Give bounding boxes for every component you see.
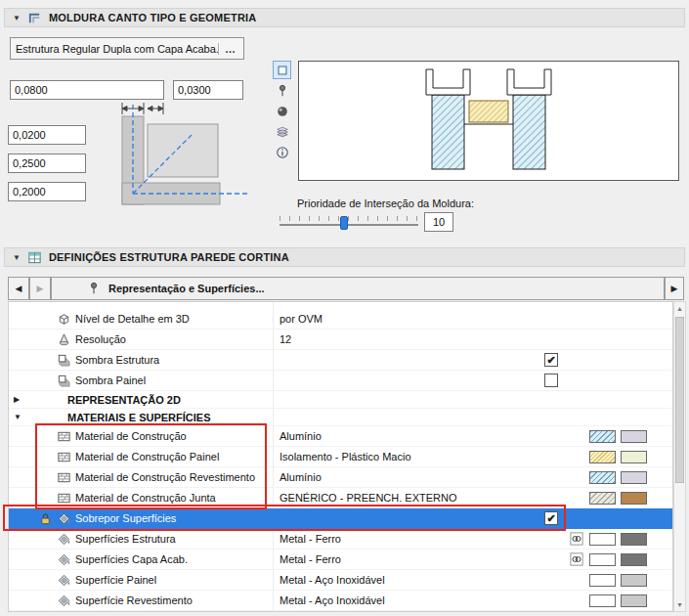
row-label: Sobrepor Superfícies bbox=[75, 512, 176, 524]
frame-structure-label: Estrutura Regular Dupla com Capa Acaba..… bbox=[16, 43, 218, 55]
table-row-material-construcao[interactable]: Material de Construção Alumínio bbox=[9, 426, 672, 447]
surface-swatch[interactable] bbox=[589, 594, 616, 607]
pin-view-button[interactable] bbox=[273, 81, 291, 100]
row-value[interactable]: Isolamento - Plástico Macio bbox=[280, 451, 411, 462]
expander-icon[interactable]: ▼ bbox=[14, 413, 22, 421]
row-label: Material de Construção Junta bbox=[75, 492, 216, 504]
material-icon bbox=[57, 491, 71, 506]
panel-title: DEFINIÇÕES ESTRUTURA PAREDE CORTINA bbox=[49, 251, 289, 263]
check-icon: ✔ bbox=[546, 512, 555, 524]
panel-title: MOLDURA CANTO TIPO E GEOMETRIA bbox=[49, 12, 257, 23]
priority-value-input[interactable] bbox=[424, 212, 453, 232]
sphere-icon bbox=[276, 105, 289, 118]
dim-c-input[interactable] bbox=[8, 182, 86, 201]
material-cut-swatch[interactable] bbox=[589, 471, 616, 484]
group-row-representacao-2d[interactable]: ▶ REPRESENTAÇÃO 2D bbox=[9, 391, 672, 409]
surface-swatch[interactable] bbox=[589, 574, 616, 587]
surface-swatch[interactable] bbox=[621, 594, 647, 607]
scroll-down-icon[interactable]: ▼ bbox=[674, 598, 685, 611]
settings-grid-icon bbox=[27, 250, 42, 265]
material-surface-swatch[interactable] bbox=[621, 451, 647, 463]
sombra-estrutura-checkbox[interactable]: ✔ bbox=[544, 353, 558, 367]
surface-swatch[interactable] bbox=[589, 553, 616, 566]
row-value[interactable]: GENÉRICO - PREENCH. EXTERNO bbox=[280, 492, 457, 504]
page-selector-dropdown[interactable]: Representação e Superfícies... bbox=[51, 277, 665, 300]
surface-swatch[interactable] bbox=[589, 533, 616, 546]
view-layers-button[interactable] bbox=[273, 122, 291, 141]
priority-slider-handle[interactable] bbox=[340, 216, 348, 230]
priority-slider-track[interactable] bbox=[280, 224, 418, 226]
view-plan-button[interactable] bbox=[273, 61, 291, 79]
table-row-sombra-estrutura[interactable]: Sombra Estrutura ✔ bbox=[9, 350, 672, 371]
table-row-superficie-estrutura[interactable]: Superfícies Estrutura Metal - Ferro bbox=[9, 529, 672, 550]
material-icon bbox=[57, 450, 71, 464]
dropdown-more-icon[interactable]: … bbox=[218, 43, 238, 55]
frame-width-input[interactable] bbox=[10, 80, 164, 100]
table-row-material-junta[interactable]: Material de Construção Junta GENÉRICO - … bbox=[9, 488, 672, 508]
scrollbar-thumb[interactable] bbox=[675, 317, 684, 483]
surface-swatch[interactable] bbox=[621, 574, 647, 587]
table-row-sombra-painel[interactable]: Sombra Painel bbox=[9, 371, 672, 391]
expander-icon[interactable]: ▶ bbox=[14, 395, 20, 404]
settings-table: Nível de Detalhe em 3D por OVM Resolução… bbox=[8, 301, 673, 612]
table-row-sobrepor-superficies[interactable]: Sobrepor Superfícies ✔ bbox=[9, 508, 672, 529]
row-value[interactable]: Alumínio bbox=[280, 430, 322, 442]
panel-header-moldura[interactable]: ▼ MOLDURA CANTO TIPO E GEOMETRIA bbox=[4, 8, 685, 27]
view-3d-button[interactable] bbox=[273, 102, 291, 120]
chain-link-icon[interactable] bbox=[570, 532, 583, 546]
page-next-button[interactable]: ▶ bbox=[29, 277, 51, 300]
row-value[interactable]: Metal - Aço Inoxidável bbox=[280, 574, 385, 586]
row-value[interactable]: Metal - Aço Inoxidável bbox=[280, 594, 385, 606]
page-forward-button[interactable]: ▶ bbox=[665, 277, 684, 300]
material-cut-swatch[interactable] bbox=[589, 492, 616, 505]
page-prev-button[interactable]: ◀ bbox=[8, 277, 29, 300]
frame-section-drawing bbox=[299, 62, 678, 180]
surface-swatch[interactable] bbox=[621, 553, 647, 566]
row-value[interactable]: 12 bbox=[280, 333, 291, 345]
table-row-material-painel[interactable]: Material de Construção Painel Isolamento… bbox=[9, 447, 672, 467]
row-label: Nível de Detalhe em 3D bbox=[75, 313, 190, 325]
dim-b-input[interactable] bbox=[8, 154, 86, 173]
cube-icon bbox=[57, 312, 71, 327]
priority-label: Prioridade de Interseção da Moldura: bbox=[297, 198, 474, 209]
scroll-up-icon[interactable]: ▲ bbox=[674, 302, 685, 315]
group-row-materiais-superficies[interactable]: ▼ MATERIAIS E SUPERFÍCIES bbox=[9, 409, 672, 426]
table-row-superficie-capa-acab[interactable]: Superfícies Capa Acab. Metal - Ferro bbox=[9, 550, 672, 570]
table-row-nivel-detalhe-3d[interactable]: Nível de Detalhe em 3D por OVM bbox=[9, 309, 672, 330]
frame-structure-dropdown[interactable]: Estrutura Regular Dupla com Capa Acaba..… bbox=[10, 37, 244, 60]
row-value[interactable]: Metal - Ferro bbox=[280, 533, 341, 545]
material-icon bbox=[57, 429, 71, 444]
paint-bucket-icon bbox=[57, 573, 71, 588]
material-cut-swatch[interactable] bbox=[589, 451, 616, 463]
table-row-resolucao[interactable]: Resolução 12 bbox=[9, 330, 672, 350]
table-row-superficie-revestimento[interactable]: Superfície Revestimento Metal - Aço Inox… bbox=[9, 591, 672, 611]
table-row-superficie-painel[interactable]: Superfície Painel Metal - Aço Inoxidável bbox=[9, 570, 672, 591]
row-value[interactable]: por OVM bbox=[280, 313, 323, 325]
panel-header-definicoes[interactable]: ▼ DEFINIÇÕES ESTRUTURA PAREDE CORTINA bbox=[4, 247, 685, 267]
sombra-painel-checkbox[interactable] bbox=[544, 374, 558, 387]
sobrepor-superficies-checkbox[interactable]: ✔ bbox=[544, 511, 558, 525]
group-label: MATERIAIS E SUPERFÍCIES bbox=[67, 412, 210, 423]
priority-slider-ticks bbox=[280, 216, 418, 221]
table-scrollbar[interactable]: ▲ ▼ bbox=[673, 301, 686, 612]
frame-depth-input[interactable] bbox=[173, 80, 243, 100]
material-cut-swatch[interactable] bbox=[589, 430, 616, 443]
row-value[interactable]: Metal - Ferro bbox=[280, 553, 341, 565]
table-row-material-revestimento[interactable]: Material de Construção Revestimento Alum… bbox=[9, 467, 672, 488]
collapse-arrow-icon[interactable]: ▼ bbox=[13, 14, 21, 22]
lock-icon bbox=[38, 511, 53, 526]
dim-a-input[interactable] bbox=[8, 125, 86, 145]
group-label: REPRESENTAÇÃO 2D bbox=[67, 394, 181, 406]
material-surface-swatch[interactable] bbox=[621, 471, 647, 484]
shadow-icon bbox=[57, 374, 71, 388]
pin-icon bbox=[276, 84, 289, 98]
surface-swatch[interactable] bbox=[621, 533, 647, 546]
collapse-arrow-icon[interactable]: ▼ bbox=[13, 253, 21, 262]
row-value[interactable]: Alumínio bbox=[280, 471, 322, 483]
shadow-icon bbox=[57, 353, 71, 368]
material-surface-swatch[interactable] bbox=[621, 492, 647, 505]
layers-icon bbox=[276, 125, 289, 139]
info-button[interactable] bbox=[273, 143, 291, 161]
material-surface-swatch[interactable] bbox=[621, 430, 647, 443]
chain-link-icon[interactable] bbox=[570, 552, 583, 566]
